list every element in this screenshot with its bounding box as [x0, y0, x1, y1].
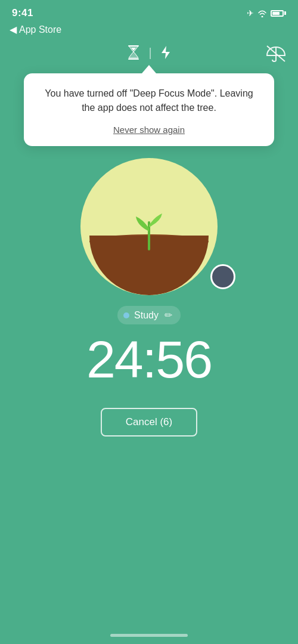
popover-arrow — [142, 65, 156, 73]
popover-box: You have turned off "Deep Focus Mode". L… — [24, 73, 274, 146]
svg-rect-1 — [128, 58, 139, 60]
home-indicator — [110, 634, 188, 637]
toolbar-icons: | — [127, 45, 170, 60]
plant-circle — [80, 158, 218, 295]
app-store-back[interactable]: ◀ App Store — [0, 21, 298, 40]
plant-container — [0, 158, 298, 295]
popover-container: You have turned off "Deep Focus Mode". L… — [24, 65, 274, 146]
hourglass-icon[interactable] — [127, 45, 140, 60]
wifi-icon — [257, 10, 267, 17]
umbrella-icon[interactable] — [266, 45, 286, 66]
timer-display: 24:56 — [0, 329, 298, 390]
flash-icon[interactable] — [160, 45, 171, 60]
seedling-icon — [125, 210, 173, 252]
airplane-icon: ✈ — [247, 8, 254, 18]
edit-icon[interactable]: ✏ — [164, 309, 172, 321]
popover-message: You have turned off "Deep Focus Mode". L… — [38, 86, 260, 115]
tag-label: Study — [134, 310, 159, 321]
top-toolbar: | — [0, 40, 298, 65]
status-time: 9:41 — [12, 7, 33, 19]
cancel-button-container: Cancel (6) — [0, 408, 298, 436]
app-store-label: App Store — [19, 24, 61, 35]
tag-container: Study ✏ — [0, 306, 298, 324]
status-bar: 9:41 ✈ — [0, 0, 298, 21]
tag-pill[interactable]: Study ✏ — [117, 306, 181, 324]
never-show-again-link[interactable]: Never show again — [113, 125, 185, 135]
toolbar-divider: | — [148, 46, 151, 60]
svg-marker-2 — [162, 46, 170, 59]
settings-circle-button[interactable] — [210, 264, 235, 289]
tag-dot — [123, 312, 129, 318]
battery-icon — [271, 10, 286, 17]
svg-rect-0 — [128, 45, 139, 47]
back-chevron-icon: ◀ — [10, 24, 17, 35]
cancel-button[interactable]: Cancel (6) — [101, 408, 197, 436]
status-icons: ✈ — [247, 8, 286, 18]
